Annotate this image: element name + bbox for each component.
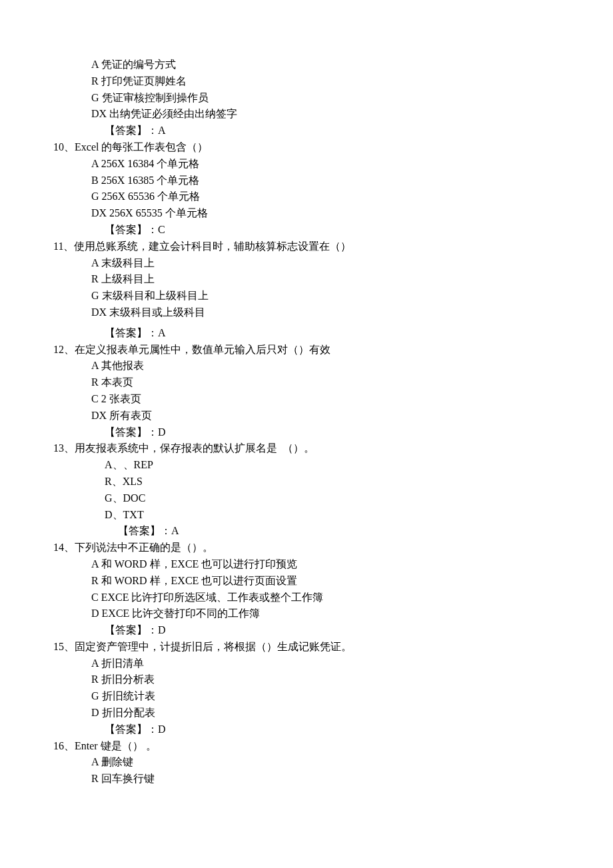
option-a: A 折旧清单 bbox=[91, 655, 560, 672]
question-10-options: A 256X 16384 个单元格 B 256X 16385 个单元格 G 25… bbox=[53, 156, 560, 222]
option-d: D EXCE 比许交替打印不同的工作簿 bbox=[91, 606, 560, 622]
option-b: R 回车换行键 bbox=[91, 771, 560, 787]
answer-13: 【答案】：A bbox=[53, 523, 560, 540]
document-page: A 凭证的编号方式 R 打印凭证页脚姓名 G 凭证审核控制到操作员 DX 出纳凭… bbox=[0, 0, 613, 868]
option-d: D、TXT bbox=[105, 507, 560, 524]
option-b: R、XLS bbox=[105, 474, 560, 490]
option-d: DX 256X 65535 个单元格 bbox=[91, 205, 560, 222]
answer-15: 【答案】：D bbox=[53, 721, 560, 738]
option-a: A 凭证的编号方式 bbox=[91, 57, 560, 73]
option-b: R 折旧分析表 bbox=[91, 671, 560, 688]
option-b: R 打印凭证页脚姓名 bbox=[91, 73, 560, 90]
option-c: G 末级科目和上级科目上 bbox=[91, 288, 560, 304]
option-a: A 256X 16384 个单元格 bbox=[91, 156, 560, 173]
question-12-options: A 其他报表 R 本表页 C 2 张表页 DX 所有表页 bbox=[53, 358, 560, 424]
question-16-stem: 16、Enter 键是（） 。 bbox=[53, 738, 560, 755]
option-b: R 和 WORD 样，EXCE 也可以进行页面设置 bbox=[91, 573, 560, 590]
option-d: DX 所有表页 bbox=[91, 408, 560, 424]
answer-12: 【答案】：D bbox=[53, 424, 560, 441]
option-c: C 2 张表页 bbox=[91, 391, 560, 408]
option-a: A、、REP bbox=[105, 457, 560, 474]
option-c: G 256X 65536 个单元格 bbox=[91, 189, 560, 205]
option-b: R 本表页 bbox=[91, 374, 560, 391]
option-a: A 末级科目上 bbox=[91, 255, 560, 272]
question-11-stem: 11、使用总账系统，建立会计科目时，辅助核算标志设置在（） bbox=[53, 238, 560, 255]
option-d: DX 出纳凭证必须经由出纳签字 bbox=[91, 106, 560, 123]
answer-10: 【答案】：C bbox=[53, 222, 560, 238]
option-a: A 删除键 bbox=[91, 754, 560, 771]
option-b: R 上级科目上 bbox=[91, 271, 560, 288]
question-13-stem: 13、用友报表系统中，保存报表的默认扩展名是 （）。 bbox=[53, 440, 560, 457]
option-c: G、DOC bbox=[105, 490, 560, 507]
question-15-options: A 折旧清单 R 折旧分析表 G 折旧统计表 D 折旧分配表 bbox=[53, 655, 560, 721]
question-16-options: A 删除键 R 回车换行键 bbox=[53, 754, 560, 787]
question-10-stem: 10、Excel 的每张工作表包含（） bbox=[53, 139, 560, 156]
question-11-options: A 末级科目上 R 上级科目上 G 末级科目和上级科目上 DX 末级科目或上级科… bbox=[53, 255, 560, 321]
option-c: G 折旧统计表 bbox=[91, 688, 560, 705]
answer-14: 【答案】：D bbox=[53, 622, 560, 639]
option-a: A 其他报表 bbox=[91, 358, 560, 374]
question-14-options: A 和 WORD 样，EXCE 也可以进行打印预览 R 和 WORD 样，EXC… bbox=[53, 556, 560, 622]
question-12-stem: 12、在定义报表单元属性中，数值单元输入后只对（）有效 bbox=[53, 342, 560, 358]
answer-9: 【答案】：A bbox=[53, 123, 560, 139]
option-c: C EXCE 比许打印所选区域、工作表或整个工作簿 bbox=[91, 590, 560, 606]
option-c: G 凭证审核控制到操作员 bbox=[91, 90, 560, 107]
answer-11: 【答案】：A bbox=[53, 325, 560, 342]
option-d: DX 末级科目或上级科目 bbox=[91, 304, 560, 321]
option-a: A 和 WORD 样，EXCE 也可以进行打印预览 bbox=[91, 556, 560, 573]
question-14-stem: 14、下列说法中不正确的是（）。 bbox=[53, 540, 560, 556]
question-9-options: A 凭证的编号方式 R 打印凭证页脚姓名 G 凭证审核控制到操作员 DX 出纳凭… bbox=[53, 57, 560, 123]
question-15-stem: 15、固定资产管理中，计提折旧后，将根据（）生成记账凭证。 bbox=[53, 639, 560, 655]
option-b: B 256X 16385 个单元格 bbox=[91, 173, 560, 189]
option-d: D 折旧分配表 bbox=[91, 705, 560, 721]
question-13-options: A、、REP R、XLS G、DOC D、TXT bbox=[53, 457, 560, 523]
